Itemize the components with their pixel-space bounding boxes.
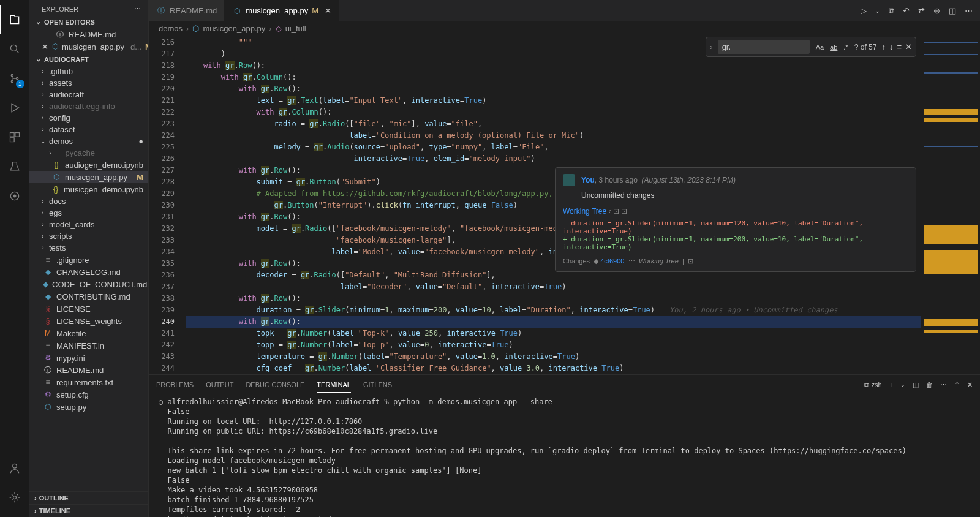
toggle-icon[interactable]: ⊕ — [933, 6, 940, 15]
folder-item[interactable]: ›audiocraft.egg-info — [29, 100, 148, 112]
file-item[interactable]: {}audiogen_demo.ipynb — [29, 159, 148, 171]
folder-item[interactable]: ›model_cards — [29, 219, 148, 230]
split-icon[interactable]: ◫ — [949, 6, 956, 15]
file-item[interactable]: §LICENSE — [29, 303, 148, 315]
file-item[interactable]: ◆CODE_OF_CONDUCT.md — [29, 278, 148, 290]
folder-item[interactable]: ›tests — [29, 242, 148, 254]
folder-item[interactable]: ›audiocraft — [29, 89, 148, 100]
panel-tab[interactable]: TERMINAL — [317, 377, 351, 393]
explorer-icon[interactable] — [0, 5, 29, 34]
kill-terminal-icon[interactable]: 🗑 — [926, 381, 933, 388]
open-editor-item[interactable]: ⓘREADME.md — [29, 28, 148, 40]
find-close-icon[interactable]: ✕ — [905, 42, 912, 51]
timeline-header[interactable]: ›TIMELINE — [29, 504, 148, 517]
git-compare-icon[interactable]: ⧉ — [889, 6, 894, 16]
maximize-icon[interactable]: ⌃ — [954, 381, 960, 389]
split-terminal-icon[interactable]: ◫ — [913, 381, 919, 389]
extensions-icon[interactable] — [0, 123, 29, 152]
search-icon[interactable] — [0, 34, 29, 64]
file-item[interactable]: ⚙mypy.ini — [29, 352, 148, 364]
folder-item[interactable]: ›scripts — [29, 230, 148, 242]
folder-item[interactable]: ⌄demos● — [29, 135, 148, 147]
project-header[interactable]: ⌄AUDIOCRAFT — [29, 53, 148, 66]
find-count: ? of 57 — [854, 43, 877, 51]
settings-icon[interactable] — [0, 483, 29, 512]
editor[interactable]: › Aa ab .* ? of 57 ↑ ↓ ≡ ✕ You, 3 hours … — [149, 36, 980, 374]
run-dropdown-icon[interactable]: ⌄ — [875, 8, 880, 14]
terminal-dropdown-icon[interactable]: ⌄ — [900, 382, 905, 388]
folder-item[interactable]: ›docs — [29, 195, 148, 207]
file-icon: ⓘ — [156, 6, 166, 16]
editor-tab[interactable]: ⓘREADME.md — [149, 0, 225, 21]
terminal-output[interactable]: ○ alfredolhuissier@Alfredos-MacBook-Pro … — [149, 394, 980, 517]
file-item[interactable]: ⓘREADME.md — [29, 364, 148, 376]
file-item[interactable]: ≡MANIFEST.in — [29, 339, 148, 352]
file-item[interactable]: §LICENSE_weights — [29, 315, 148, 327]
close-icon[interactable]: ✕ — [325, 6, 331, 15]
file-item[interactable]: ≡.gitignore — [29, 254, 148, 266]
modified-dot-icon: ● — [138, 137, 143, 146]
svg-point-9 — [12, 464, 17, 468]
chevron-icon: › — [39, 198, 47, 205]
folder-item[interactable]: ›.github — [29, 66, 148, 77]
file-icon: ⬡ — [232, 6, 242, 16]
find-expand-icon[interactable]: › — [710, 42, 712, 51]
panel-tab[interactable]: GITLENS — [363, 377, 392, 392]
new-terminal-icon[interactable]: + — [889, 381, 893, 388]
match-word-icon[interactable]: ab — [829, 42, 839, 52]
more-icon[interactable]: ⋯ — [134, 5, 141, 13]
file-item[interactable]: ⬡musicgen_app.pyM — [29, 171, 148, 183]
file-item[interactable]: {}musicgen_demo.ipynb — [29, 183, 148, 195]
outline-header[interactable]: ›OUTLINE — [29, 491, 148, 504]
folder-item[interactable]: ›__pycache__ — [29, 147, 148, 159]
testing-icon[interactable] — [0, 152, 29, 181]
regex-icon[interactable]: .* — [842, 42, 849, 52]
panel-tabs: PROBLEMSOUTPUTDEBUG CONSOLETERMINALGITLE… — [149, 375, 980, 394]
close-icon[interactable]: ✕ — [42, 42, 48, 51]
file-item[interactable]: ⚙setup.cfg — [29, 388, 148, 401]
file-icon: ⓘ — [43, 365, 53, 375]
folder-item[interactable]: ›dataset — [29, 124, 148, 135]
file-icon: ⬡ — [51, 172, 61, 182]
chevron-icon: › — [39, 103, 47, 110]
more-terminal-icon[interactable]: ⋯ — [940, 381, 947, 389]
minimap[interactable] — [921, 36, 980, 374]
breadcrumbs[interactable]: demos› ⬡musicgen_app.py› ◇ui_full — [149, 21, 980, 36]
folder-item[interactable]: ›config — [29, 112, 148, 124]
file-item[interactable]: ◆CONTRIBUTING.md — [29, 290, 148, 303]
panel-tab[interactable]: DEBUG CONSOLE — [246, 377, 304, 392]
file-item[interactable]: MMakefile — [29, 327, 148, 339]
close-panel-icon[interactable]: ✕ — [967, 381, 973, 389]
file-icon: ≡ — [43, 377, 53, 387]
find-input[interactable] — [718, 40, 810, 54]
file-item[interactable]: ◆CHANGELOG.md — [29, 266, 148, 278]
editor-tab[interactable]: ⬡musicgen_app.pyM✕ — [225, 0, 339, 21]
panel-tab[interactable]: OUTPUT — [206, 377, 233, 392]
find-next-icon[interactable]: ↓ — [889, 42, 894, 51]
file-item[interactable]: ≡requirements.txt — [29, 376, 148, 388]
chevron-icon: › — [39, 209, 47, 216]
file-icon: ⬡ — [52, 42, 58, 51]
terminal-shell-icon[interactable]: ⧉ zsh — [864, 381, 881, 389]
open-editor-item[interactable]: ✕⬡musicgen_app.pyd...M — [29, 40, 148, 53]
more-actions-icon[interactable]: ⋯ — [965, 6, 973, 15]
diff-icon[interactable]: ⇄ — [918, 6, 925, 15]
accounts-icon[interactable] — [0, 453, 29, 483]
panel-tab[interactable]: PROBLEMS — [156, 377, 194, 392]
run-debug-icon[interactable] — [0, 93, 29, 123]
folder-item[interactable]: ›assets — [29, 77, 148, 89]
open-editors-header[interactable]: ⌄OPEN EDITORS — [29, 15, 148, 28]
chevron-icon: › — [39, 221, 47, 228]
folder-item[interactable]: ›egs — [29, 207, 148, 219]
file-icon: ◆ — [43, 279, 48, 289]
match-case-icon[interactable]: Aa — [815, 42, 825, 52]
gitlens-icon[interactable] — [0, 181, 29, 211]
file-item[interactable]: ⬡setup.py — [29, 401, 148, 413]
editor-tabs: ⓘREADME.md⬡musicgen_app.pyM✕ ▷ ⌄ ⧉ ↶ ⇄ ⊕… — [149, 0, 980, 21]
find-prev-icon[interactable]: ↑ — [881, 42, 886, 51]
git-revert-icon[interactable]: ↶ — [903, 6, 910, 15]
explorer-sidebar: EXPLORER ⋯ ⌄OPEN EDITORS ⓘREADME.md✕⬡mus… — [29, 0, 149, 517]
find-filter-icon[interactable]: ≡ — [897, 42, 902, 51]
source-control-icon[interactable]: 1 — [0, 64, 29, 93]
run-icon[interactable]: ▷ — [861, 6, 867, 15]
